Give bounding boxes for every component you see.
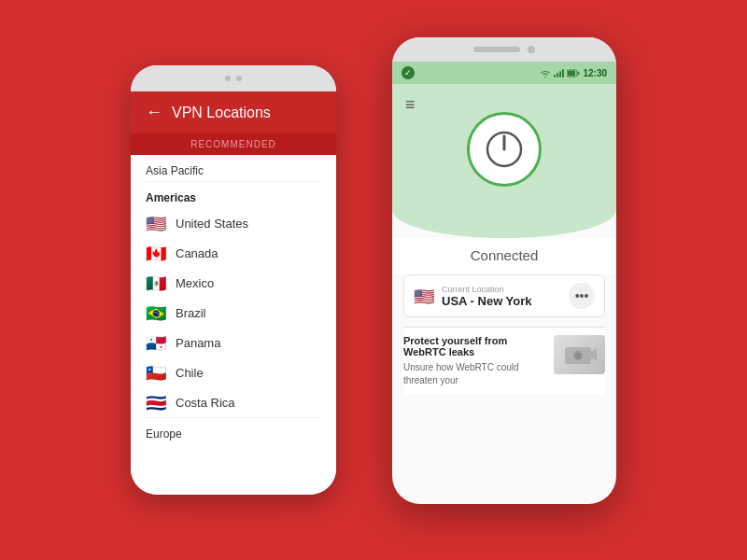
location-info: 🇺🇸 Current Location USA - New York [414, 285, 532, 308]
recommended-label: RECOMMENDED [131, 133, 336, 155]
svg-rect-1 [568, 71, 575, 76]
flag-usa: 🇺🇸 [146, 216, 166, 231]
current-location-label: Current Location [442, 285, 532, 294]
country-canada: Canada [176, 246, 218, 260]
power-icon [484, 129, 525, 170]
location-name: USA - New York [442, 294, 532, 308]
webrtc-card: Protect yourself from WebRTC leaks Unsur… [403, 327, 605, 395]
camera-svg-icon [563, 342, 597, 368]
list-item-usa[interactable]: 🇺🇸 United States [131, 208, 336, 238]
country-chile: Chile [176, 366, 204, 380]
notch-camera [528, 46, 535, 53]
battery-icon [567, 69, 580, 77]
list-item-brazil[interactable]: 🇧🇷 Brazil [131, 298, 336, 328]
location-flag: 🇺🇸 [414, 288, 434, 303]
flag-chile: 🇨🇱 [146, 365, 166, 380]
country-usa: United States [176, 217, 248, 231]
vpn-status-check-icon: ✓ [402, 66, 415, 79]
location-text: Current Location USA - New York [442, 285, 532, 308]
phones-container: ← VPN Locations RECOMMENDED Asia Pacific… [131, 37, 616, 523]
svg-marker-6 [591, 348, 597, 361]
list-item-mexico[interactable]: 🇲🇽 Mexico [131, 268, 336, 298]
flag-canada: 🇨🇦 [146, 245, 166, 260]
notch-dot [236, 76, 242, 81]
connected-label: Connected [392, 238, 616, 274]
flag-mexico: 🇲🇽 [146, 275, 166, 290]
signal-icon [554, 68, 564, 77]
flag-panama: 🇵🇦 [146, 335, 166, 350]
country-mexico: Mexico [176, 276, 214, 290]
status-bar: ✓ [392, 62, 616, 84]
webrtc-body-text: Unsure how WebRTC could threaten your [403, 361, 546, 387]
svg-rect-2 [578, 72, 580, 75]
webrtc-thumbnail [554, 335, 605, 374]
vpn-header: ← VPN Locations [131, 91, 336, 133]
list-item-costarica[interactable]: 🇨🇷 Costa Rica [131, 387, 336, 417]
list-item-canada[interactable]: 🇨🇦 Canada [131, 238, 336, 268]
vpn-list[interactable]: Asia Pacific Americas 🇺🇸 United States 🇨… [131, 155, 336, 495]
left-phone-notch [131, 65, 336, 91]
right-phone-notch [392, 37, 616, 62]
notch-dot [225, 76, 231, 81]
phone-left: ← VPN Locations RECOMMENDED Asia Pacific… [131, 65, 336, 495]
phone-right: ✓ [392, 37, 616, 504]
status-time: 12:30 [583, 68, 607, 78]
country-brazil: Brazil [176, 306, 206, 320]
back-button[interactable]: ← [146, 103, 162, 122]
svg-point-8 [575, 353, 581, 358]
list-item-panama[interactable]: 🇵🇦 Panama [131, 328, 336, 357]
country-panama: Panama [176, 336, 220, 350]
more-button[interactable]: ••• [569, 283, 595, 309]
notch-speaker [473, 47, 520, 52]
power-button[interactable] [467, 112, 542, 187]
webrtc-content: Protect yourself from WebRTC leaks Unsur… [403, 335, 546, 387]
webrtc-title: Protect yourself from WebRTC leaks [403, 335, 546, 357]
section-asia-pacific: Asia Pacific [131, 155, 336, 181]
status-icons: 12:30 [540, 68, 607, 78]
flag-brazil: 🇧🇷 [146, 305, 166, 320]
wifi-icon [540, 68, 551, 77]
section-americas: Americas [131, 182, 336, 208]
location-card[interactable]: 🇺🇸 Current Location USA - New York ••• [403, 274, 605, 317]
country-costarica: Costa Rica [176, 396, 235, 410]
list-item-chile[interactable]: 🇨🇱 Chile [131, 357, 336, 387]
flag-costarica: 🇨🇷 [146, 395, 166, 410]
vpn-header-title: VPN Locations [172, 105, 271, 121]
section-europe: Europe [131, 418, 336, 444]
webrtc-body: Protect yourself from WebRTC leaks Unsur… [403, 335, 605, 387]
